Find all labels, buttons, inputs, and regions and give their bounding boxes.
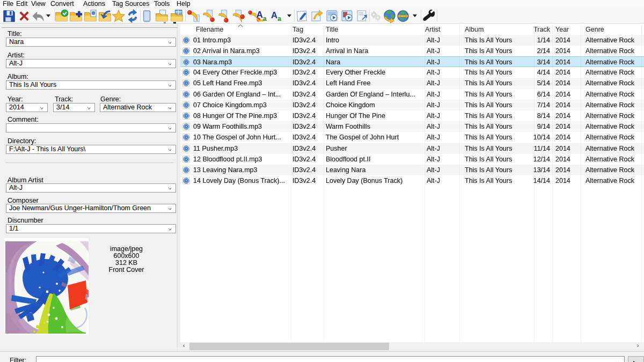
svg-text:A: A: [257, 10, 263, 20]
svg-text:a: a: [263, 15, 267, 23]
svg-text:A: A: [271, 10, 277, 20]
svg-text:a: a: [277, 15, 281, 23]
